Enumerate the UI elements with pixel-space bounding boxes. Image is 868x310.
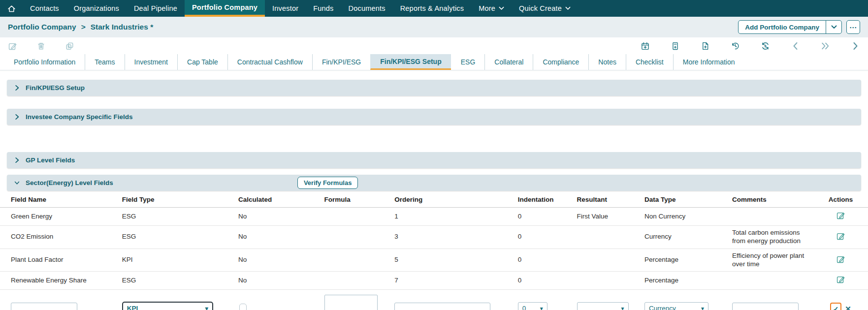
chevron-right-icon bbox=[14, 157, 20, 163]
tab-portfolio-information[interactable]: Portfolio Information bbox=[4, 54, 85, 70]
previous-record-button[interactable] bbox=[791, 41, 800, 51]
cell-field-type: KPI bbox=[118, 248, 234, 272]
nav-item-reports-analytics[interactable]: Reports & Analytics bbox=[393, 0, 472, 17]
record-tabs: Portfolio Information Teams Investment C… bbox=[0, 54, 868, 70]
formula-textarea[interactable] bbox=[324, 295, 378, 310]
currency-refresh-button[interactable]: $ bbox=[761, 41, 770, 51]
nav-item-documents[interactable]: Documents bbox=[341, 0, 393, 17]
nav-item-contacts[interactable]: Contacts bbox=[23, 0, 66, 17]
cell-calculated: No bbox=[234, 248, 321, 272]
tab-compliance[interactable]: Compliance bbox=[533, 54, 588, 70]
section-sector-energy-level-fields[interactable]: Sector(Energy) Level Fields Verify Formu… bbox=[7, 175, 861, 191]
tab-collateral[interactable]: Collateral bbox=[484, 54, 533, 70]
tab-cap-table[interactable]: Cap Table bbox=[177, 54, 227, 70]
more-actions-button[interactable]: ⋯ bbox=[846, 20, 860, 34]
currency-refresh-icon: $ bbox=[761, 41, 770, 51]
column-header-formula: Formula bbox=[321, 192, 391, 208]
toolbar-left-group bbox=[8, 41, 74, 51]
ordering-input[interactable] bbox=[394, 303, 490, 310]
svg-text:$: $ bbox=[764, 44, 767, 48]
cell-comments: Efficiency of power plant over time bbox=[728, 248, 813, 272]
home-icon bbox=[7, 4, 16, 13]
last-record-button[interactable] bbox=[821, 41, 830, 51]
trash-icon bbox=[36, 41, 46, 51]
cell-comments: Total carbon emissions from energy produ… bbox=[728, 225, 813, 248]
column-header-indentation: Indentation bbox=[514, 192, 573, 208]
field-type-select[interactable]: KPI ▾ bbox=[122, 302, 213, 310]
chevron-down-icon bbox=[831, 25, 837, 29]
cell-data-type: Currency bbox=[641, 225, 728, 248]
next-record-button[interactable] bbox=[851, 41, 860, 51]
home-button[interactable] bbox=[0, 0, 23, 17]
delete-record-button[interactable] bbox=[36, 41, 46, 51]
row-edit-button[interactable] bbox=[836, 231, 845, 241]
cell-indentation: 0 bbox=[514, 208, 573, 226]
caret-down-icon: ▾ bbox=[701, 305, 704, 310]
cell-resultant bbox=[573, 225, 641, 248]
add-portfolio-company-split-button: Add Portfolio Company bbox=[738, 20, 842, 34]
comments-input[interactable] bbox=[732, 303, 799, 310]
row-edit-button[interactable] bbox=[836, 211, 845, 220]
tab-esg[interactable]: ESG bbox=[451, 54, 485, 70]
tab-investment[interactable]: Investment bbox=[125, 54, 177, 70]
tab-fin-kpi-esg[interactable]: Fin/KPI/ESG bbox=[312, 54, 370, 70]
edit-icon bbox=[8, 41, 17, 51]
breadcrumb-current: Stark Industries * bbox=[91, 23, 154, 31]
column-header-resultant: Resultant bbox=[573, 192, 641, 208]
breadcrumb-parent[interactable]: Portfolio Company bbox=[8, 23, 76, 31]
duplicate-record-button[interactable] bbox=[65, 41, 74, 51]
add-event-button[interactable] bbox=[641, 41, 650, 51]
section-investee-company-specific-fields[interactable]: Investee Company Specific Fields bbox=[7, 109, 861, 125]
edit-icon bbox=[836, 231, 845, 241]
nav-item-portfolio-company[interactable]: Portfolio Company bbox=[185, 0, 265, 17]
caret-down-icon: ▾ bbox=[621, 305, 624, 310]
tab-fin-kpi-esg-setup[interactable]: Fin/KPI/ESG Setup bbox=[370, 54, 450, 70]
section-fin-kpi-esg-setup[interactable]: Fin/KPI/ESG Setup bbox=[7, 80, 861, 96]
cancel-edit-button[interactable]: ✕ bbox=[845, 305, 851, 310]
cell-field-type: ESG bbox=[118, 225, 234, 248]
section-label: Investee Company Specific Fields bbox=[26, 113, 133, 121]
nav-item-deal-pipeline[interactable]: Deal Pipeline bbox=[127, 0, 185, 17]
copy-plus-icon bbox=[65, 41, 74, 51]
confirm-save-button[interactable]: ✓ bbox=[830, 303, 841, 310]
calendar-plus-icon bbox=[641, 41, 650, 51]
tab-more-information[interactable]: More Information bbox=[673, 54, 744, 70]
nav-item-quick-create[interactable]: Quick Create bbox=[512, 0, 578, 17]
row-edit-button[interactable] bbox=[836, 275, 845, 284]
chevron-down-icon bbox=[14, 180, 20, 186]
verify-formulas-button[interactable]: Verify Formulas bbox=[297, 177, 358, 189]
nav-item-funds[interactable]: Funds bbox=[306, 0, 341, 17]
add-document-button[interactable] bbox=[701, 41, 710, 51]
tab-checklist[interactable]: Checklist bbox=[626, 54, 673, 70]
history-button[interactable] bbox=[731, 41, 740, 51]
tab-notes[interactable]: Notes bbox=[588, 54, 626, 70]
indentation-select[interactable]: 0 ▾ bbox=[518, 302, 547, 310]
nav-item-investor[interactable]: Investor bbox=[265, 0, 306, 17]
add-portfolio-company-caret-button[interactable] bbox=[826, 21, 841, 33]
nav-item-organizations[interactable]: Organizations bbox=[66, 0, 127, 17]
breadcrumb-row: Portfolio Company > Stark Industries * A… bbox=[0, 17, 868, 37]
field-name-input[interactable] bbox=[11, 303, 77, 310]
chevron-left-icon bbox=[791, 41, 800, 51]
cell-formula bbox=[321, 272, 391, 290]
cell-indentation: 0 bbox=[514, 272, 573, 290]
nav-item-more[interactable]: More bbox=[471, 0, 512, 17]
tab-content: Fin/KPI/ESG Setup Investee Company Speci… bbox=[0, 80, 868, 310]
add-portfolio-company-button[interactable]: Add Portfolio Company bbox=[739, 21, 826, 33]
cell-comments bbox=[728, 272, 813, 290]
table-row: Plant Load Factor KPI No 5 0 Percentage … bbox=[0, 248, 868, 272]
cell-field-name: Renewable Energy Share bbox=[0, 272, 118, 290]
tab-contractual-cashflow[interactable]: Contractual Cashflow bbox=[227, 54, 312, 70]
chevron-down-icon bbox=[565, 6, 571, 10]
new-field-edit-row: KPI ▾ 0 ▾ bbox=[0, 290, 868, 310]
add-report-button[interactable] bbox=[671, 41, 680, 51]
calculated-checkbox[interactable] bbox=[239, 304, 247, 310]
chevron-right-icon bbox=[14, 114, 20, 120]
data-type-select[interactable]: Currency ▾ bbox=[644, 302, 708, 310]
row-edit-button[interactable] bbox=[836, 254, 845, 264]
edit-record-button[interactable] bbox=[8, 41, 17, 51]
resultant-select[interactable]: ▾ bbox=[577, 302, 629, 310]
close-icon: ✕ bbox=[845, 305, 851, 310]
section-gp-level-fields[interactable]: GP Level Fields bbox=[7, 152, 861, 168]
tab-teams[interactable]: Teams bbox=[85, 54, 124, 70]
